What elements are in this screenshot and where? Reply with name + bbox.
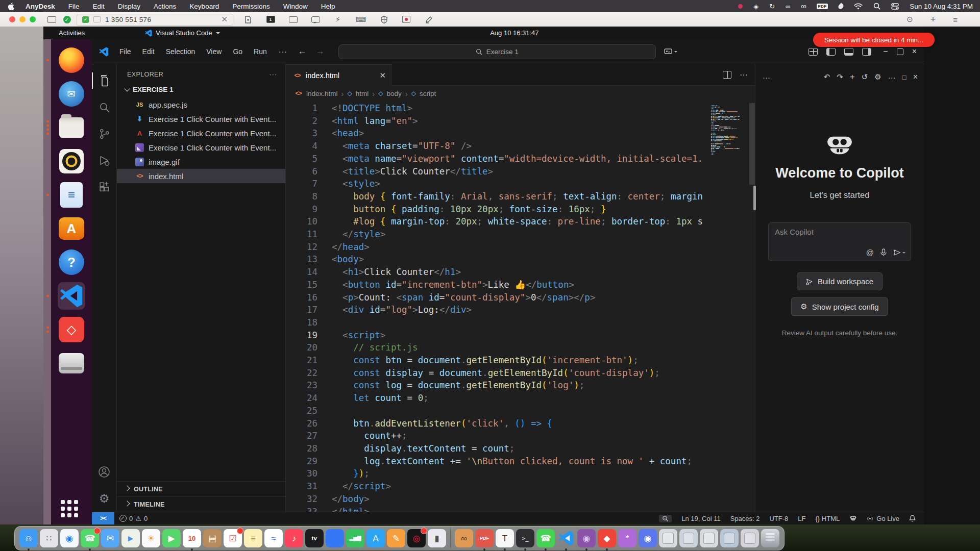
macos-menu-help[interactable]: Help <box>314 3 342 10</box>
code-line-6[interactable]: 6 <title>Click Counter</title> <box>286 165 755 178</box>
source-control-activity-icon[interactable] <box>92 120 116 147</box>
macos-menu-actions[interactable]: Actions <box>147 3 183 10</box>
code-line-18[interactable]: 18 <box>286 316 755 329</box>
code-line-29[interactable]: 29 log.textContent += '\nButton clicked,… <box>286 455 755 468</box>
maximize-panel-icon[interactable]: □ <box>902 73 906 81</box>
microphone-icon[interactable] <box>880 248 887 257</box>
code-line-21[interactable]: 21 const btn = document.getElementById('… <box>286 354 755 367</box>
dock-trash[interactable] <box>761 529 779 547</box>
chat-settings-gear-icon[interactable]: ⚙ <box>874 72 881 82</box>
file-row-exercise-1-click-counter-with-event...[interactable]: Exercise 1 Click Counter with Event... <box>117 140 285 155</box>
recording-indicator-icon[interactable] <box>738 2 743 10</box>
ubuntu-dock-box[interactable] <box>57 348 86 378</box>
close-window-button[interactable] <box>9 16 15 22</box>
dock-health[interactable]: ≈ <box>264 529 283 547</box>
new-tab-plus-icon[interactable]: + <box>930 14 936 25</box>
toggle-panel-icon[interactable] <box>844 48 853 56</box>
file-row-exercise-1-click-counter-with-event...[interactable]: AExercise 1 Click Counter with Event... <box>117 126 285 140</box>
dock-utility-5[interactable] <box>741 529 759 547</box>
sash-handle[interactable] <box>753 186 756 210</box>
breadcrumb-item[interactable]: body <box>387 90 402 97</box>
mention-at-icon[interactable]: @ <box>866 248 874 257</box>
split-editor-icon[interactable] <box>723 71 731 79</box>
toggle-secondary-sidebar-icon[interactable] <box>862 48 871 56</box>
code-line-5[interactable]: 5 <meta name="viewport" content="width=d… <box>286 153 755 165</box>
file-row-index.html[interactable]: <>index.html <box>117 169 285 183</box>
vscode-menu-go[interactable]: Go <box>227 45 248 58</box>
keyboard-icon[interactable]: ⌨ <box>356 15 366 23</box>
target-icon[interactable]: ⊙ <box>906 15 913 24</box>
dock-vscode[interactable] <box>557 529 575 547</box>
eol-status[interactable]: LF <box>798 515 805 522</box>
file-row-app.spec.js[interactable]: JSapp.spec.js <box>117 97 285 112</box>
monitor-1-tab-icon[interactable]: 1 <box>266 16 275 23</box>
navigate-forward-icon[interactable]: → <box>311 46 329 57</box>
macos-menu-file[interactable]: File <box>62 3 86 10</box>
code-line-8[interactable]: 8 body { font-family: Arial, sans-serif;… <box>286 190 755 203</box>
code-line-32[interactable]: 32</body> <box>286 493 755 506</box>
code-line-28[interactable]: 28 display.textContent = count; <box>286 442 755 455</box>
control-center-icon[interactable] <box>891 2 899 10</box>
close-panel-icon[interactable]: × <box>913 72 918 82</box>
dock-launchpad[interactable]: ∷ <box>40 529 58 547</box>
vscode-menu-file[interactable]: File <box>114 45 137 58</box>
code-line-7[interactable]: 7 <style> <box>286 178 755 190</box>
minimize-window-button[interactable] <box>19 16 26 22</box>
navigate-back-icon[interactable]: ← <box>293 46 311 57</box>
anydesk-session-tab[interactable]: ✓ 1 350 551 576 ✕ <box>77 14 233 26</box>
dock-pdf-expert[interactable]: PDF <box>475 529 494 547</box>
code-line-17[interactable]: 17 <div id="log">Log:</div> <box>286 304 755 316</box>
dock-facetime-video[interactable]: ▶ <box>162 529 181 547</box>
menubar-clock[interactable]: Sun 10 Aug 4:31 PM <box>910 3 973 10</box>
redo-icon[interactable]: ↷ <box>837 72 843 82</box>
show-applications-icon[interactable] <box>61 500 81 517</box>
wifi-icon[interactable] <box>854 2 863 10</box>
dock-pages[interactable]: ✎ <box>387 529 405 547</box>
send-icon[interactable] <box>893 249 905 256</box>
vscode-menu-selection[interactable]: Selection <box>160 45 201 58</box>
topbar-app-menu[interactable]: Visual Studio Code <box>145 29 219 37</box>
menus-overflow-icon[interactable]: ··· <box>273 47 293 56</box>
code-line-10[interactable]: 10 #log { margin-top: 20px; white-space:… <box>286 215 755 228</box>
dock-utility-4[interactable] <box>720 529 739 547</box>
code-line-15[interactable]: 15 <button id="increment-btn">Like 👍</bu… <box>286 279 755 291</box>
annotate-pen-icon[interactable] <box>424 16 433 23</box>
spotlight-search-icon[interactable] <box>873 2 880 10</box>
dock-numbers[interactable]: ▂▅▇ <box>346 529 364 547</box>
macos-menu-display[interactable]: Display <box>111 3 147 10</box>
code-line-11[interactable]: 11 </style> <box>286 228 755 241</box>
code-line-25[interactable]: 25 <box>286 405 755 417</box>
ubuntu-dock-anydesk[interactable]: ◇ <box>57 315 86 344</box>
code-line-9[interactable]: 9 button { padding: 10px 20px; font-size… <box>286 203 755 216</box>
code-line-16[interactable]: 16 <p>Count: <span id="count-display">0<… <box>286 291 755 304</box>
anydesk-status-icon[interactable]: ◈ <box>753 2 758 10</box>
ubuntu-dock-software[interactable]: A <box>57 214 86 243</box>
dock-maps[interactable]: ► <box>121 529 140 547</box>
encoding-status[interactable]: UTF-8 <box>769 515 788 522</box>
session-toast[interactable]: Session will be closed in 4 min... <box>813 33 935 47</box>
ubuntu-dock-firefox[interactable] <box>57 45 86 75</box>
indentation-status[interactable]: Spaces: 2 <box>730 515 760 522</box>
zoom-window-button[interactable] <box>30 16 36 22</box>
code-line-4[interactable]: 4 <meta charset="UTF-8" /> <box>286 140 755 153</box>
dock-iphone-mirroring[interactable]: ▮ <box>428 529 446 547</box>
code-line-13[interactable]: 13<body> <box>286 253 755 266</box>
ubuntu-dock-help[interactable]: ? <box>57 247 86 277</box>
dock-utility-2[interactable] <box>679 529 698 547</box>
code-line-12[interactable]: 12</head> <box>286 241 755 254</box>
settings-gear-icon[interactable]: ⚙ <box>92 485 116 512</box>
dock-terminal[interactable]: >_ <box>516 529 534 547</box>
show-project-config-button[interactable]: ⚙ Show project config <box>791 297 888 316</box>
copilot-chat-input[interactable]: Ask Copilot @ <box>768 222 911 261</box>
chat-history-icon[interactable]: ↺ <box>862 72 868 82</box>
minimap[interactable] <box>711 105 747 156</box>
monitor-tab-icon[interactable] <box>288 16 298 23</box>
dock-music[interactable]: ♪ <box>285 529 303 547</box>
tab-index-html[interactable]: <> index.html ✕ <box>286 64 391 86</box>
dock-facetime-audio[interactable]: ☎ <box>81 529 99 547</box>
dock-whatsapp[interactable]: ☎ <box>536 529 555 547</box>
toggle-sidebar-icon[interactable] <box>826 48 836 56</box>
language-mode[interactable]: {} HTML <box>815 515 840 522</box>
ubuntu-dock-writer[interactable]: ≡ <box>57 180 86 210</box>
close-icon[interactable]: × <box>912 47 917 56</box>
